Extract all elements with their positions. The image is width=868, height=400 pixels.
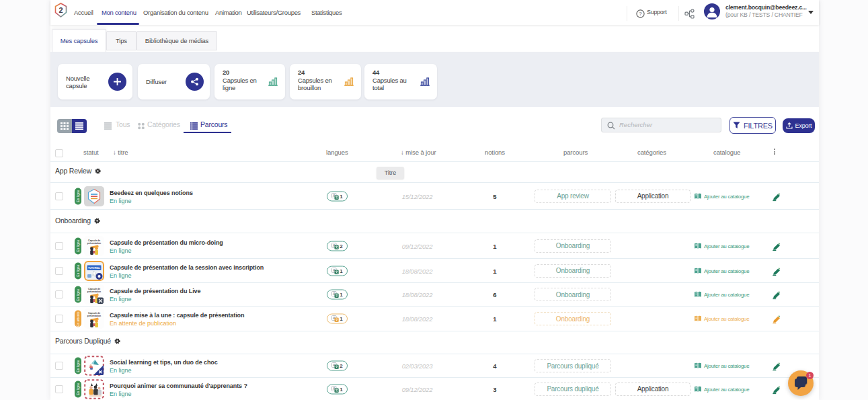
svg-text:2: 2	[58, 6, 63, 14]
svg-text:présentation: présentation	[87, 315, 101, 317]
svg-text:?: ?	[639, 11, 642, 17]
svg-text:TUTORIAL: TUTORIAL	[88, 266, 101, 269]
svg-text:présentation: présentation	[87, 241, 101, 244]
svg-text:présentation: présentation	[87, 290, 101, 293]
